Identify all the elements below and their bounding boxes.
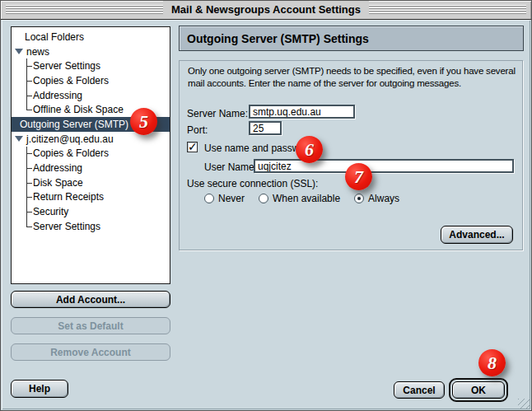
account-tree[interactable]: Local FoldersnewsServer SettingsCopies &… (11, 26, 170, 284)
tree-item-label: Copies & Folders (33, 147, 109, 159)
tree-item-label: Outgoing Server (SMTP) (20, 119, 128, 130)
set-as-default-button[interactable]: Set as Default (11, 317, 170, 334)
tree-item-label: j.citizen@uq.edu.au (26, 133, 114, 145)
tree-item-label: Server Settings (33, 221, 100, 232)
ssl-options: NeverWhen availableAlways (204, 193, 399, 204)
help-button[interactable]: Help (11, 380, 68, 398)
radio-icon[interactable] (354, 194, 364, 203)
radio-icon[interactable] (204, 194, 214, 203)
callout-badge-6: 6 (296, 136, 323, 163)
ssl-option-never[interactable]: Never (204, 193, 245, 204)
tree-item[interactable]: Local Folders (12, 30, 170, 44)
panel-header-title: Outgoing Server (SMTP) Settings (187, 32, 369, 45)
remove-account-button[interactable]: Remove Account (11, 343, 170, 361)
tree-item-label: Security (33, 206, 68, 217)
tree-item[interactable]: news (12, 44, 170, 59)
radio-icon[interactable] (259, 194, 268, 203)
user-name-input[interactable] (254, 159, 514, 173)
callout-badge-8: 8 (478, 349, 506, 376)
panel-description-line: Only one outgoing server (SMTP) needs to… (188, 65, 519, 77)
tree-item-label: news (26, 46, 49, 58)
tree-item-label: Local Folders (25, 31, 84, 43)
disclosure-triangle-icon[interactable] (15, 136, 23, 142)
title-bar[interactable]: Mail & Newsgroups Account Settings (1, 1, 531, 20)
ok-default-ring: OK (449, 378, 508, 402)
tree-item[interactable]: Addressing (12, 88, 170, 103)
tree-item-label: Disk Space (33, 177, 83, 189)
tree-item[interactable]: Disk Space (12, 175, 170, 190)
user-name-label: User Name: (204, 161, 257, 173)
advanced-button[interactable]: Advanced... (441, 226, 513, 244)
tree-item[interactable]: Security (12, 204, 170, 219)
panel-header: Outgoing Server (SMTP) Settings (179, 26, 524, 51)
callout-badge-7: 7 (345, 163, 372, 190)
server-name-label: Server Name: (187, 108, 248, 119)
ok-button[interactable]: OK (452, 381, 505, 399)
radio-label: When available (273, 193, 340, 204)
tree-item-label: Server Settings (33, 60, 100, 72)
port-input[interactable] (249, 121, 282, 135)
tree-item-label: Addressing (33, 162, 82, 174)
ssl-option-when-available[interactable]: When available (259, 193, 340, 204)
tree-item-label: Return Receipts (33, 191, 104, 203)
radio-label: Always (368, 193, 399, 204)
tree-item[interactable]: Copies & Folders (12, 73, 170, 88)
tree-item[interactable]: Return Receipts (12, 190, 170, 205)
resize-grip-icon[interactable] (518, 399, 530, 409)
ssl-label: Use secure connection (SSL): (187, 178, 318, 189)
tree-item[interactable]: Server Settings (12, 219, 170, 234)
panel-description: Only one outgoing server (SMTP) needs to… (188, 65, 519, 90)
disclosure-triangle-icon[interactable] (15, 49, 23, 54)
cancel-button[interactable]: Cancel (394, 381, 445, 399)
tree-item-label: Addressing (33, 90, 82, 101)
server-name-input[interactable] (249, 105, 355, 119)
tree-item[interactable]: Server Settings (12, 58, 170, 73)
radio-label: Never (218, 193, 245, 204)
add-account-button[interactable]: Add Account... (11, 291, 170, 308)
smtp-settings-group: Only one outgoing server (SMTP) needs to… (179, 60, 523, 250)
callout-badge-5: 5 (130, 108, 157, 135)
tree-item-label: Offline & Disk Space (33, 104, 124, 115)
use-name-password-checkbox[interactable] (187, 142, 198, 152)
panel-description-line: mail accounts. Enter the name of the ser… (188, 77, 519, 90)
tree-item[interactable]: Copies & Folders (12, 147, 170, 161)
window-title: Mail & Newsgroups Account Settings (163, 1, 369, 19)
port-label: Port: (187, 124, 208, 136)
tree-item-label: Copies & Folders (33, 75, 109, 86)
account-settings-dialog: Mail & Newsgroups Account Settings Local… (0, 0, 532, 411)
ssl-option-always[interactable]: Always (354, 193, 399, 204)
tree-item[interactable]: Addressing (12, 161, 170, 175)
